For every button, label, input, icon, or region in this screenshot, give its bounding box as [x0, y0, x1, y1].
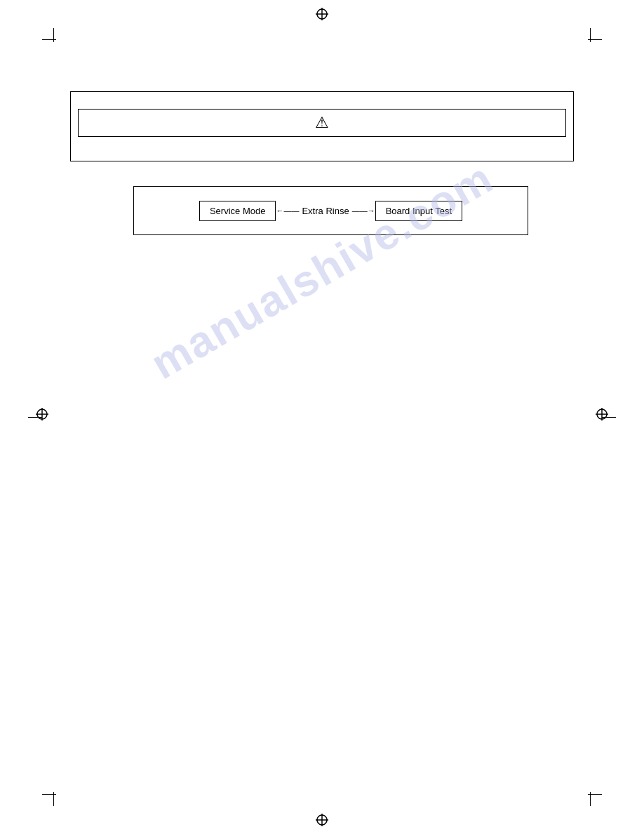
corner-mark-tl-h [42, 39, 56, 40]
crosshair-top [315, 7, 329, 21]
warning-box: ⚠ [70, 91, 574, 161]
warning-inner-box: ⚠ [78, 109, 566, 137]
corner-mark-bl-v [53, 792, 54, 806]
right-arrow-icon: ——→ [352, 206, 375, 215]
nav-inner-container: Service Mode ←—— Extra Rinse ——→ Board I… [199, 201, 462, 221]
crosshair-bottom [315, 813, 329, 827]
warning-triangle-icon: ⚠ [315, 114, 329, 132]
service-mode-box: Service Mode [199, 201, 276, 221]
extra-rinse-label: Extra Rinse [299, 206, 351, 216]
corner-mark-tr-v [590, 28, 591, 42]
crosshair-right [595, 407, 609, 421]
nav-diagram-box: Service Mode ←—— Extra Rinse ——→ Board I… [133, 186, 528, 235]
service-mode-label: Service Mode [210, 206, 265, 216]
corner-mark-br-v [590, 792, 591, 806]
left-arrow-container: ←—— Extra Rinse ——→ [276, 206, 375, 216]
board-input-test-box: Board Input Test [375, 201, 462, 221]
corner-mark-tl-v [53, 28, 54, 42]
board-input-test-label: Board Input Test [386, 206, 452, 216]
left-arrow-icon: ←—— [276, 206, 299, 215]
crosshair-left [35, 407, 49, 421]
corner-mark-bl-h [42, 794, 56, 795]
